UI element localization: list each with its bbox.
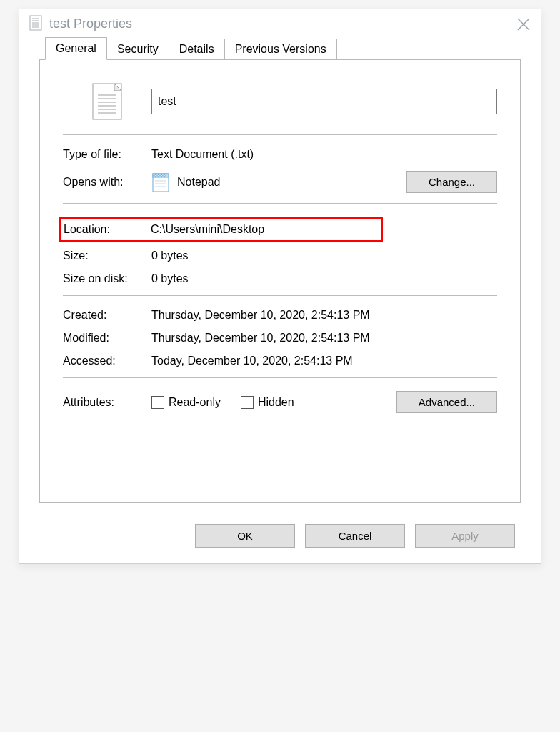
dialog-footer: OK Cancel Apply xyxy=(19,517,541,563)
value-location: C:\Users\mini\Desktop xyxy=(151,223,378,236)
window-title: test Properties xyxy=(49,16,516,31)
value-created: Thursday, December 10, 2020, 2:54:13 PM xyxy=(151,309,497,322)
value-size: 0 bytes xyxy=(151,249,497,262)
advanced-button[interactable]: Advanced... xyxy=(396,391,497,413)
tab-content: Type of file: Text Document (.txt) Opens… xyxy=(39,59,521,503)
tab-previous-versions[interactable]: Previous Versions xyxy=(225,39,337,60)
checkbox-icon xyxy=(151,396,164,409)
titlebar: test Properties xyxy=(19,9,541,39)
tab-security[interactable]: Security xyxy=(107,39,169,60)
value-type: Text Document (.txt) xyxy=(151,148,497,161)
svg-point-18 xyxy=(155,174,156,176)
divider xyxy=(63,295,497,296)
checkbox-hidden[interactable]: Hidden xyxy=(241,396,294,409)
file-type-icon xyxy=(63,83,151,120)
label-type: Type of file: xyxy=(63,148,151,161)
checkbox-icon xyxy=(241,396,254,409)
ok-button[interactable]: OK xyxy=(195,524,295,548)
label-accessed: Accessed: xyxy=(63,355,151,367)
svg-point-20 xyxy=(161,174,162,176)
label-created: Created: xyxy=(63,309,151,322)
svg-point-19 xyxy=(158,174,159,176)
value-accessed: Today, December 10, 2020, 2:54:13 PM xyxy=(151,355,497,367)
close-icon[interactable] xyxy=(516,17,531,31)
tab-general[interactable]: General xyxy=(45,37,107,60)
label-size-on-disk: Size on disk: xyxy=(63,272,151,285)
checkbox-readonly[interactable]: Read-only xyxy=(151,396,221,409)
change-button[interactable]: Change... xyxy=(406,171,497,193)
properties-dialog: test Properties General Security Details… xyxy=(19,9,541,564)
tab-details[interactable]: Details xyxy=(169,39,225,60)
value-opens-with: Notepad xyxy=(177,176,221,189)
highlight-location: Location: C:\Users\mini\Desktop xyxy=(59,217,383,242)
label-location: Location: xyxy=(64,223,151,236)
label-modified: Modified: xyxy=(63,332,151,345)
svg-point-21 xyxy=(164,174,165,176)
tab-bar: General Security Details Previous Versio… xyxy=(19,39,541,59)
divider xyxy=(63,377,497,378)
cancel-button[interactable]: Cancel xyxy=(305,524,405,548)
label-attributes: Attributes: xyxy=(63,396,151,409)
label-opens-with: Opens with: xyxy=(63,176,151,189)
apply-button[interactable]: Apply xyxy=(415,524,515,548)
label-hidden: Hidden xyxy=(258,396,294,409)
value-modified: Thursday, December 10, 2020, 2:54:13 PM xyxy=(151,332,497,345)
document-icon xyxy=(29,15,42,33)
label-readonly: Read-only xyxy=(169,396,221,409)
divider xyxy=(63,134,497,135)
label-size: Size: xyxy=(63,249,151,262)
value-size-on-disk: 0 bytes xyxy=(151,272,497,285)
divider xyxy=(63,203,497,204)
filename-input[interactable] xyxy=(151,89,497,114)
notepad-icon xyxy=(151,172,170,193)
